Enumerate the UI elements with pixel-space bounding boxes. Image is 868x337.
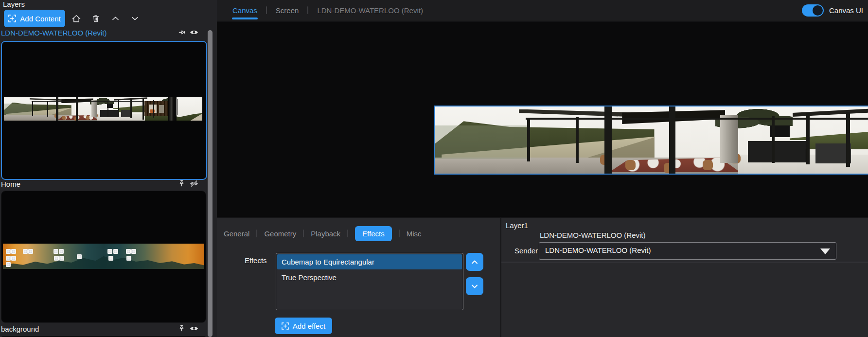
pano-mullion xyxy=(772,116,775,163)
layer-thumbnail-waterloo[interactable] xyxy=(1,41,207,180)
desktop-icon xyxy=(113,249,118,254)
layer-name[interactable]: LDN-DEMO-WATERLOO (Revit) xyxy=(1,29,107,37)
pano-glass-tint xyxy=(4,104,33,115)
desktop-icon xyxy=(126,249,131,254)
effect-item-true-perspective[interactable]: True Perspective xyxy=(276,270,463,285)
tab-separator xyxy=(399,230,400,237)
canvas-ui-group: Canvas UI xyxy=(802,0,863,20)
move-layer-down-button[interactable] xyxy=(126,10,143,27)
pano-concrete-column xyxy=(720,115,738,163)
effect-move-up-button[interactable] xyxy=(466,253,483,271)
section-divider xyxy=(501,262,868,263)
effect-move-down-button[interactable] xyxy=(466,277,483,295)
sender-label: Sender xyxy=(514,247,538,255)
panorama-render xyxy=(435,106,868,174)
pushpin-icon[interactable] xyxy=(178,180,185,187)
pano-chair xyxy=(625,160,636,170)
desktop-icon xyxy=(11,256,16,261)
pano-chair xyxy=(86,116,89,119)
add-content-button[interactable]: Add Content xyxy=(4,10,65,27)
pano-mullion xyxy=(669,106,675,174)
pano-mullion xyxy=(177,99,178,116)
layer-name[interactable]: background xyxy=(1,325,39,333)
pano-kitchen-island xyxy=(815,143,851,163)
desktop-icon xyxy=(59,256,64,261)
layer-row-background[interactable]: background xyxy=(1,324,211,336)
pano-dark-column-right xyxy=(168,97,177,121)
move-layer-up-button[interactable] xyxy=(107,10,124,27)
pano-chair xyxy=(703,160,713,170)
layer-row-icons xyxy=(178,325,198,332)
tab-general[interactable]: General xyxy=(224,230,249,238)
eye-icon[interactable] xyxy=(190,29,198,36)
pano-mullion xyxy=(846,112,850,167)
house-icon xyxy=(72,15,81,23)
layer-row-waterloo[interactable]: LDN-DEMO-WATERLOO (Revit) xyxy=(1,28,211,39)
pushpin-icon[interactable] xyxy=(178,29,185,36)
layer-row-icons xyxy=(178,29,198,36)
tab-misc[interactable]: Misc xyxy=(407,230,422,238)
pano-chair xyxy=(62,116,66,119)
pano-kitchen-counter xyxy=(748,140,806,162)
pano-concrete-column xyxy=(91,100,97,117)
canvas-area[interactable] xyxy=(217,21,868,217)
desktop-icon xyxy=(6,262,11,267)
layers-panel: Layers Add Content xyxy=(0,0,217,337)
pano-mullion xyxy=(130,99,131,118)
tab-separator xyxy=(303,230,304,237)
add-content-label: Add Content xyxy=(20,15,60,23)
desktop-icon xyxy=(53,249,58,254)
desktop-icon xyxy=(23,249,28,254)
tab-canvas[interactable]: Canvas xyxy=(232,6,257,15)
tab-separator xyxy=(307,6,308,14)
add-effect-button[interactable]: Add effect xyxy=(275,318,332,334)
desktop-icon xyxy=(6,256,11,261)
desktop-icon xyxy=(54,256,59,261)
layer-source-name: LDN-DEMO-WATERLOO (Revit) xyxy=(540,231,646,239)
delete-layer-button[interactable] xyxy=(88,10,104,27)
layer-row-home[interactable]: Home xyxy=(1,179,211,191)
effect-item-cubemap[interactable]: Cubemap to Equirectangular xyxy=(277,254,462,269)
layers-scrollbar[interactable] xyxy=(208,30,213,337)
pano-wood-window xyxy=(159,105,164,113)
pano-glass-tint xyxy=(435,125,529,159)
view-tabs: Canvas Screen LDN-DEMO-WATERLOO (Revit) xyxy=(232,0,423,20)
pano-transom xyxy=(32,101,142,102)
inspector-tabs: General Geometry Playback Effects Misc xyxy=(224,225,422,242)
top-bar: Canvas Screen LDN-DEMO-WATERLOO (Revit) … xyxy=(217,0,868,21)
layer-name[interactable]: Home xyxy=(1,180,20,188)
effects-list-label: Effects xyxy=(245,256,267,265)
desktop-icon xyxy=(28,249,33,254)
panorama-content-selected[interactable] xyxy=(434,106,868,175)
add-effect-label: Add effect xyxy=(293,322,325,330)
tab-playback[interactable]: Playback xyxy=(311,230,340,238)
thumbnail-sunset-wallpaper xyxy=(3,244,204,269)
effects-listbox[interactable]: Cubemap to Equirectangular True Perspect… xyxy=(276,253,463,310)
tab-screen[interactable]: Screen xyxy=(276,6,299,15)
sender-dropdown[interactable]: LDN-DEMO-WATERLOO (Revit) xyxy=(539,242,836,260)
toggle-knob-icon xyxy=(813,5,823,16)
effects-inspector-panel: General Geometry Playback Effects Misc E… xyxy=(217,217,500,337)
desktop-icon xyxy=(77,254,82,259)
pano-mullion xyxy=(576,117,579,163)
pano-mullion xyxy=(118,100,119,117)
layer-thumbnail-home[interactable] xyxy=(1,191,206,323)
chevron-up-icon xyxy=(111,15,120,22)
pano-mullion xyxy=(527,119,530,161)
layer-row-icons xyxy=(178,180,198,187)
pano-wood-wall xyxy=(144,101,168,117)
pano-mullion xyxy=(107,101,108,117)
tab-geometry[interactable]: Geometry xyxy=(264,230,296,238)
eye-slash-icon[interactable] xyxy=(190,180,198,187)
desktop-icon xyxy=(6,249,11,254)
eye-icon[interactable] xyxy=(190,325,198,332)
home-button[interactable] xyxy=(68,10,85,27)
desktop-icon xyxy=(126,256,131,261)
tab-layer-source[interactable]: LDN-DEMO-WATERLOO (Revit) xyxy=(317,6,423,15)
canvas-ui-toggle[interactable] xyxy=(802,4,824,17)
pushpin-icon[interactable] xyxy=(178,325,185,332)
desktop-icon xyxy=(59,249,64,254)
triangle-down-icon xyxy=(820,248,830,254)
chevron-up-icon xyxy=(470,258,479,266)
tab-effects[interactable]: Effects xyxy=(355,226,392,241)
